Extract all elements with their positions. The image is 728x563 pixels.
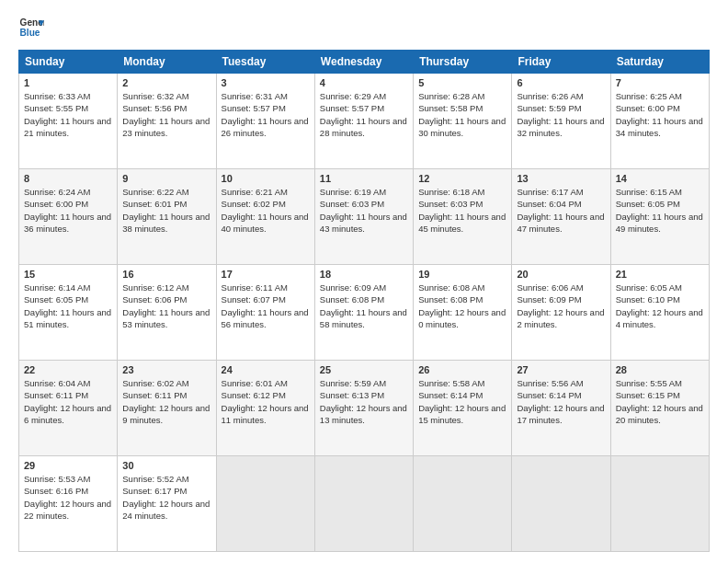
calendar-cell-10: 10Sunrise: 6:21 AMSunset: 6:02 PMDayligh…: [216, 169, 314, 265]
calendar-week-3: 15Sunrise: 6:14 AMSunset: 6:05 PMDayligh…: [19, 265, 710, 361]
calendar-cell-5: 5Sunrise: 6:28 AMSunset: 5:58 PMDaylight…: [414, 74, 512, 169]
calendar-cell-11: 11Sunrise: 6:19 AMSunset: 6:03 PMDayligh…: [314, 169, 413, 265]
calendar-cell-15: 15Sunrise: 6:14 AMSunset: 6:05 PMDayligh…: [19, 265, 118, 361]
calendar-table: SundayMondayTuesdayWednesdayThursdayFrid…: [18, 50, 710, 552]
calendar-cell-23: 23Sunrise: 6:02 AMSunset: 6:11 PMDayligh…: [118, 361, 216, 456]
calendar-cell-empty: [216, 456, 314, 552]
header-saturday: Saturday: [610, 51, 709, 74]
logo: General Blue: [18, 15, 48, 40]
calendar-cell-16: 16Sunrise: 6:12 AMSunset: 6:06 PMDayligh…: [118, 265, 216, 361]
calendar-cell-empty: [610, 456, 709, 552]
header: General Blue: [18, 15, 710, 40]
calendar-cell-24: 24Sunrise: 6:01 AMSunset: 6:12 PMDayligh…: [216, 361, 314, 456]
calendar-cell-12: 12Sunrise: 6:18 AMSunset: 6:03 PMDayligh…: [414, 169, 512, 265]
calendar-cell-empty: [512, 456, 610, 552]
calendar-week-4: 22Sunrise: 6:04 AMSunset: 6:11 PMDayligh…: [19, 361, 710, 456]
calendar-cell-18: 18Sunrise: 6:09 AMSunset: 6:08 PMDayligh…: [314, 265, 413, 361]
calendar-cell-4: 4Sunrise: 6:29 AMSunset: 5:57 PMDaylight…: [314, 74, 413, 169]
calendar-week-2: 8Sunrise: 6:24 AMSunset: 6:00 PMDaylight…: [19, 169, 710, 265]
calendar-cell-22: 22Sunrise: 6:04 AMSunset: 6:11 PMDayligh…: [19, 361, 118, 456]
svg-text:Blue: Blue: [20, 28, 40, 38]
calendar-header-row: SundayMondayTuesdayWednesdayThursdayFrid…: [19, 51, 710, 74]
header-tuesday: Tuesday: [216, 51, 314, 74]
calendar-cell-3: 3Sunrise: 6:31 AMSunset: 5:57 PMDaylight…: [216, 74, 314, 169]
header-sunday: Sunday: [19, 51, 118, 74]
header-friday: Friday: [512, 51, 610, 74]
calendar-cell-empty: [414, 456, 512, 552]
calendar-cell-21: 21Sunrise: 6:05 AMSunset: 6:10 PMDayligh…: [610, 265, 709, 361]
logo-icon: General Blue: [18, 15, 44, 40]
calendar-cell-8: 8Sunrise: 6:24 AMSunset: 6:00 PMDaylight…: [19, 169, 118, 265]
calendar-cell-17: 17Sunrise: 6:11 AMSunset: 6:07 PMDayligh…: [216, 265, 314, 361]
calendar-cell-6: 6Sunrise: 6:26 AMSunset: 5:59 PMDaylight…: [512, 74, 610, 169]
calendar-cell-19: 19Sunrise: 6:08 AMSunset: 6:08 PMDayligh…: [414, 265, 512, 361]
calendar-week-5: 29Sunrise: 5:53 AMSunset: 6:16 PMDayligh…: [19, 456, 710, 552]
header-thursday: Thursday: [414, 51, 512, 74]
calendar-cell-empty: [314, 456, 413, 552]
page: General Blue SundayMondayTuesdayWednesda…: [0, 0, 728, 563]
header-monday: Monday: [118, 51, 216, 74]
calendar-cell-13: 13Sunrise: 6:17 AMSunset: 6:04 PMDayligh…: [512, 169, 610, 265]
calendar-cell-1: 1Sunrise: 6:33 AMSunset: 5:55 PMDaylight…: [19, 74, 118, 169]
calendar-cell-29: 29Sunrise: 5:53 AMSunset: 6:16 PMDayligh…: [19, 456, 118, 552]
calendar-cell-9: 9Sunrise: 6:22 AMSunset: 6:01 PMDaylight…: [118, 169, 216, 265]
calendar-cell-2: 2Sunrise: 6:32 AMSunset: 5:56 PMDaylight…: [118, 74, 216, 169]
calendar-cell-20: 20Sunrise: 6:06 AMSunset: 6:09 PMDayligh…: [512, 265, 610, 361]
calendar-cell-14: 14Sunrise: 6:15 AMSunset: 6:05 PMDayligh…: [610, 169, 709, 265]
calendar-cell-30: 30Sunrise: 5:52 AMSunset: 6:17 PMDayligh…: [118, 456, 216, 552]
calendar-cell-25: 25Sunrise: 5:59 AMSunset: 6:13 PMDayligh…: [314, 361, 413, 456]
calendar-cell-7: 7Sunrise: 6:25 AMSunset: 6:00 PMDaylight…: [610, 74, 709, 169]
calendar-cell-28: 28Sunrise: 5:55 AMSunset: 6:15 PMDayligh…: [610, 361, 709, 456]
calendar-cell-26: 26Sunrise: 5:58 AMSunset: 6:14 PMDayligh…: [414, 361, 512, 456]
calendar-cell-27: 27Sunrise: 5:56 AMSunset: 6:14 PMDayligh…: [512, 361, 610, 456]
calendar-week-1: 1Sunrise: 6:33 AMSunset: 5:55 PMDaylight…: [19, 74, 710, 169]
header-wednesday: Wednesday: [314, 51, 413, 74]
